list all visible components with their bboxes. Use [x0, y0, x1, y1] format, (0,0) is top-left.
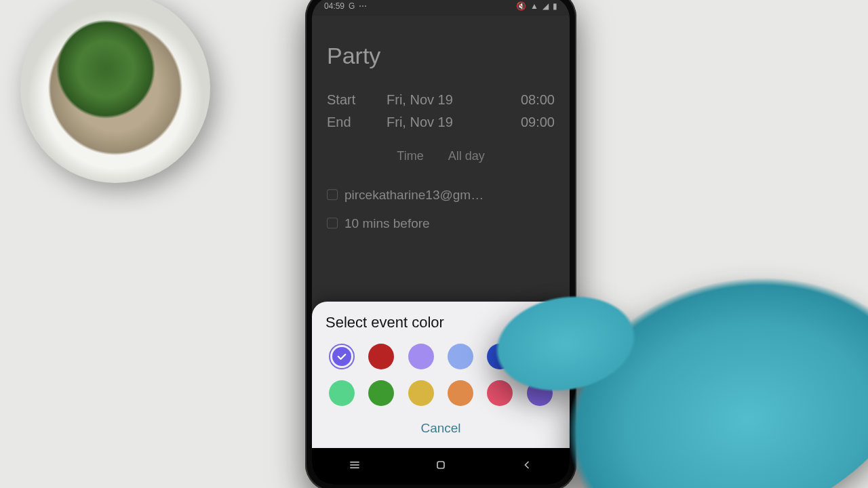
color-swatch-11[interactable] — [527, 380, 553, 406]
status-battery-icon: ▮ — [553, 1, 557, 11]
cancel-button[interactable]: Cancel — [326, 414, 556, 439]
status-more-icon: ⋯ — [359, 1, 367, 11]
color-swatch-0[interactable] — [329, 344, 355, 369]
start-row[interactable]: Start Fri, Nov 19 08:00 — [327, 92, 555, 108]
tab-time[interactable]: Time — [397, 149, 423, 163]
sheet-title: Select event color — [326, 314, 556, 331]
time-mode-tabs: Time All day — [327, 149, 555, 163]
color-swatch-9[interactable] — [448, 380, 473, 406]
phone-screen: 04:59 G ⋯ 🔇 ▲ ◢ ▮ Party Start Fri, Nov 1… — [312, 0, 570, 485]
status-wifi-icon: ▲ — [530, 1, 538, 11]
end-date[interactable]: Fri, Nov 19 — [387, 115, 502, 130]
status-bar: 04:59 G ⋯ 🔇 ▲ ◢ ▮ — [312, 0, 570, 16]
event-title-input[interactable]: Party — [327, 43, 555, 69]
nav-home-button[interactable] — [424, 458, 458, 474]
color-picker-sheet: Select event color Cancel — [312, 302, 570, 448]
end-time[interactable]: 09:00 — [521, 115, 555, 130]
android-nav-bar — [312, 448, 570, 485]
calendar-account-row[interactable]: pircekatharine13@gm… — [327, 181, 555, 209]
start-time[interactable]: 08:00 — [521, 92, 555, 108]
phone-frame: 04:59 G ⋯ 🔇 ▲ ◢ ▮ Party Start Fri, Nov 1… — [305, 0, 576, 488]
nav-back-button[interactable] — [510, 458, 544, 474]
color-swatch-grid — [326, 344, 556, 406]
status-mute-icon: 🔇 — [516, 1, 526, 11]
status-signal-icon: ◢ — [542, 1, 549, 11]
color-swatch-8[interactable] — [408, 380, 434, 406]
color-swatch-7[interactable] — [368, 380, 394, 406]
status-time: 04:59 — [324, 1, 344, 11]
end-label: End — [327, 115, 368, 130]
color-swatch-5[interactable] — [527, 344, 553, 369]
start-date[interactable]: Fri, Nov 19 — [387, 92, 502, 108]
color-swatch-6[interactable] — [329, 380, 355, 406]
color-swatch-10[interactable] — [487, 380, 513, 406]
nav-recents-button[interactable] — [338, 458, 372, 474]
end-row[interactable]: End Fri, Nov 19 09:00 — [327, 115, 555, 130]
status-google-icon: G — [349, 1, 355, 11]
color-swatch-2[interactable] — [408, 344, 434, 369]
tab-all-day[interactable]: All day — [448, 149, 485, 163]
color-swatch-4[interactable] — [487, 344, 513, 369]
plant-decoration — [20, 0, 210, 183]
reminder-row[interactable]: 10 mins before — [327, 209, 555, 238]
color-swatch-1[interactable] — [368, 344, 394, 369]
svg-rect-3 — [437, 462, 444, 468]
color-swatch-3[interactable] — [448, 344, 473, 369]
start-label: Start — [327, 92, 368, 108]
